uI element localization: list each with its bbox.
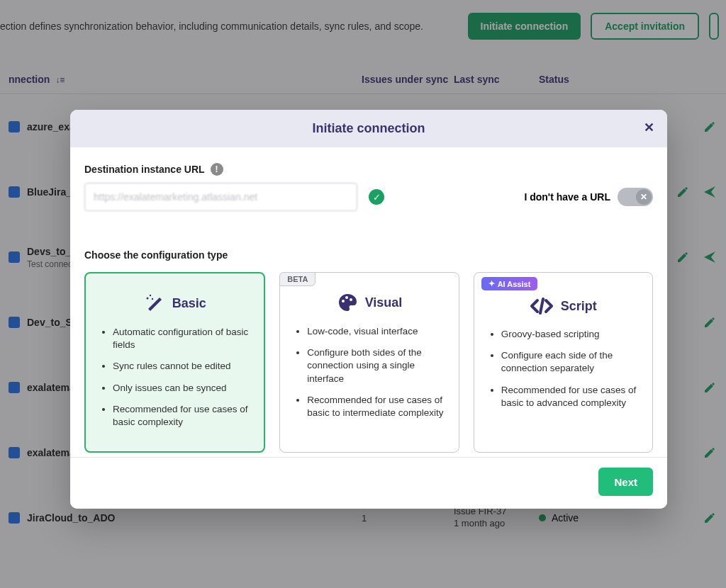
svg-point-7 bbox=[146, 298, 148, 300]
list-item: Recommended for use cases of basic to in… bbox=[307, 394, 447, 419]
url-valid-check-icon: ✓ bbox=[369, 189, 384, 205]
destination-url-row: ✓ I don't have a URL ✕ bbox=[84, 183, 653, 211]
ai-assist-badge: ✦ AI Assist bbox=[481, 277, 538, 290]
modal-body: Destination instance URL ! ✓ I don't hav… bbox=[70, 147, 667, 457]
modal-header: Initiate connection ✕ bbox=[70, 110, 667, 147]
beta-badge: BETA bbox=[279, 272, 315, 286]
toggle-knob-icon: ✕ bbox=[636, 189, 652, 205]
svg-point-8 bbox=[149, 295, 150, 296]
list-item: Low-code, visual interface bbox=[307, 325, 447, 338]
code-icon bbox=[530, 297, 554, 315]
list-item: Configure each side of the connection se… bbox=[501, 349, 641, 375]
sparkle-icon: ✦ bbox=[488, 279, 495, 288]
config-type-label: Choose the configuration type bbox=[84, 249, 653, 261]
list-item: Sync rules cannot be edited bbox=[113, 360, 252, 373]
next-button[interactable]: Next bbox=[598, 468, 653, 496]
no-url-toggle[interactable]: ✕ bbox=[618, 188, 653, 206]
config-card-basic-title: Basic bbox=[172, 296, 206, 311]
config-card-basic[interactable]: Basic Automatic configuration of basic f… bbox=[84, 272, 265, 453]
destination-url-label: Destination instance URL ! bbox=[84, 163, 653, 176]
svg-point-11 bbox=[345, 296, 348, 299]
ai-assist-badge-label: AI Assist bbox=[498, 280, 531, 288]
config-card-visual-bullets: Low-code, visual interface Configure bot… bbox=[291, 325, 447, 419]
no-url-label: I don't have a URL bbox=[524, 191, 610, 203]
config-card-basic-bullets: Automatic configuration of basic fields … bbox=[97, 326, 252, 429]
destination-url-input[interactable] bbox=[84, 183, 357, 211]
list-item: Automatic configuration of basic fields bbox=[113, 326, 252, 351]
config-card-script-title: Script bbox=[561, 299, 597, 314]
svg-point-12 bbox=[350, 298, 352, 301]
list-item: Groovy-based scripting bbox=[501, 328, 641, 341]
config-type-cards: Basic Automatic configuration of basic f… bbox=[84, 272, 653, 453]
list-item: Recommended for use cases of basic compl… bbox=[113, 403, 252, 429]
palette-icon bbox=[337, 293, 358, 312]
info-icon[interactable]: ! bbox=[211, 163, 223, 176]
list-item: Configure both sides of the connection u… bbox=[307, 346, 447, 385]
svg-point-10 bbox=[342, 300, 345, 303]
modal-close-button[interactable]: ✕ bbox=[644, 120, 654, 135]
wand-icon bbox=[144, 293, 165, 313]
list-item: Recommended for use cases of basic to ad… bbox=[501, 384, 641, 409]
config-card-script[interactable]: ✦ AI Assist Script Groovy-based scriptin… bbox=[474, 272, 653, 453]
destination-url-label-text: Destination instance URL bbox=[84, 164, 205, 175]
initiate-connection-modal: Initiate connection ✕ Destination instan… bbox=[70, 110, 667, 509]
list-item: Only issues can be synced bbox=[113, 382, 252, 395]
svg-point-9 bbox=[151, 298, 152, 300]
no-url-section: I don't have a URL ✕ bbox=[524, 188, 653, 206]
config-card-visual[interactable]: BETA Visual Low-code, visual interface C… bbox=[279, 272, 459, 453]
modal-footer: Next bbox=[70, 457, 667, 509]
config-card-visual-title: Visual bbox=[365, 295, 403, 310]
config-card-script-bullets: Groovy-based scripting Configure each si… bbox=[486, 328, 641, 409]
modal-title: Initiate connection bbox=[312, 121, 425, 136]
